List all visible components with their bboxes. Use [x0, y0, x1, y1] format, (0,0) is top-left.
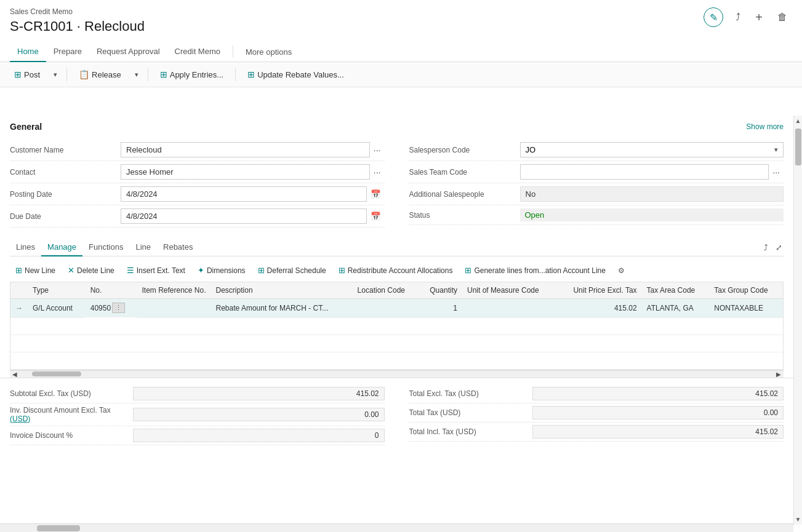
due-date-calendar[interactable]: 📅: [367, 210, 385, 222]
salesperson-code-select[interactable]: ▾: [520, 142, 784, 157]
tab-home[interactable]: Home: [10, 42, 46, 62]
totals-left: Subtotal Excl. Tax (USD) Inv. Discount A…: [10, 384, 385, 445]
h-scroll-right-arrow[interactable]: ▶: [774, 371, 784, 378]
show-more-button[interactable]: Show more: [746, 122, 784, 131]
row-tax-group[interactable]: NONTAXABLE: [709, 299, 783, 318]
delete-line-button[interactable]: ✕ Delete Line: [62, 263, 120, 278]
subtotal-input[interactable]: [133, 387, 385, 400]
tab-credit-memo[interactable]: Credit Memo: [167, 42, 228, 62]
row-location[interactable]: [353, 299, 419, 318]
sales-team-code-input[interactable]: [520, 164, 769, 180]
salesperson-code-input[interactable]: [521, 143, 770, 157]
col-no-header: No.: [86, 282, 137, 299]
contact-input[interactable]: [121, 164, 370, 180]
lines-share-icon[interactable]: ⤴: [763, 242, 769, 253]
post-button[interactable]: ⊞ Post: [7, 66, 47, 83]
customer-name-dots[interactable]: ···: [370, 144, 385, 156]
scroll-down-arrow[interactable]: ▼: [795, 514, 801, 525]
release-button[interactable]: 📋 Release: [72, 66, 128, 83]
inv-discount-row: Inv. Discount Amount Excl. Tax (USD): [10, 403, 385, 426]
generate-lines-button[interactable]: ⊞ Generate lines from...ation Account Li…: [459, 263, 611, 278]
invoice-discount-pct-label: Invoice Discount %: [10, 431, 133, 440]
posting-date-input[interactable]: [121, 186, 367, 202]
redistribute-button[interactable]: ⊞ Redistribute Account Allocations: [333, 263, 459, 278]
salesperson-code-label: Salesperson Code: [409, 146, 520, 154]
dimensions-icon: ✦: [198, 266, 204, 275]
nav-divider: [233, 46, 233, 58]
lines-expand-icon[interactable]: ⤢: [774, 242, 784, 253]
inv-discount-input[interactable]: [133, 408, 385, 421]
add-button[interactable]: +: [753, 8, 765, 27]
deferral-schedule-button[interactable]: ⊞ Deferral Schedule: [252, 263, 332, 278]
invoice-discount-pct-input[interactable]: [133, 429, 385, 442]
delete-button[interactable]: 🗑: [775, 9, 790, 25]
status-row: Status Open: [409, 205, 784, 225]
nav-more[interactable]: More options: [238, 42, 299, 62]
row-type[interactable]: G/L Account: [28, 299, 86, 318]
share-button[interactable]: ⤴: [733, 9, 743, 25]
row-no-menu[interactable]: ⋮: [112, 303, 125, 313]
lines-tab-lines[interactable]: Lines: [10, 239, 41, 256]
status-badge: Open: [520, 208, 784, 221]
generate-lines-icon: ⊞: [465, 266, 471, 275]
total-tax-input[interactable]: [532, 406, 784, 419]
lines-tab-manage[interactable]: Manage: [41, 239, 82, 256]
horizontal-scrollbar[interactable]: ◀ ▶: [10, 370, 784, 378]
insert-ext-text-button[interactable]: ☰ Insert Ext. Text: [121, 263, 191, 278]
update-rebate-button[interactable]: ⊞ Update Rebate Values...: [241, 66, 351, 83]
additional-salespeople-label: Additional Salespeople: [409, 190, 520, 199]
total-incl-tax-value: [532, 425, 784, 439]
row-description[interactable]: Rebate Amount for MARCH - CT...: [211, 299, 353, 318]
total-excl-tax-input[interactable]: [532, 387, 784, 400]
h-scroll-left-arrow[interactable]: ◀: [10, 371, 20, 378]
salesperson-dropdown-arrow[interactable]: ▾: [769, 143, 783, 156]
lines-icons: ⤴ ⤢: [763, 242, 784, 253]
bottom-scrollbar[interactable]: [0, 523, 793, 532]
nav-tabs: Home Prepare Request Approval Credit Mem…: [0, 42, 802, 62]
posting-date-value: 📅: [121, 186, 385, 202]
lines-settings-button[interactable]: ⚙: [612, 263, 630, 278]
general-left-col: Customer Name Relecloud ··· Contact ···: [10, 139, 385, 228]
scroll-thumb[interactable]: [795, 129, 801, 165]
new-line-button[interactable]: ⊞ New Line: [10, 263, 61, 278]
salesperson-code-value: ▾: [520, 142, 784, 157]
edit-button[interactable]: ✎: [704, 7, 723, 27]
subtotal-row: Subtotal Excl. Tax (USD): [10, 384, 385, 403]
tab-prepare[interactable]: Prepare: [46, 42, 89, 62]
dimensions-button[interactable]: ✦ Dimensions: [192, 263, 251, 278]
lines-tab-rebates[interactable]: Rebates: [157, 239, 199, 256]
posting-date-calendar[interactable]: 📅: [367, 188, 385, 200]
sales-team-code-value: ···: [520, 164, 784, 180]
right-scrollbar[interactable]: ▲ ▼: [793, 116, 802, 525]
h-scroll-thumb[interactable]: [32, 371, 81, 376]
row-uom[interactable]: [462, 299, 557, 318]
lines-tab-line[interactable]: Line: [129, 239, 157, 256]
row-no[interactable]: 40950 ⋮: [86, 299, 137, 317]
lines-tab-functions[interactable]: Functions: [82, 239, 129, 256]
toolbar-sep-3: [235, 68, 236, 81]
inv-discount-usd-link[interactable]: (USD): [10, 415, 30, 423]
salesperson-code-row: Salesperson Code ▾: [409, 139, 784, 161]
row-tax-area[interactable]: ATLANTA, GA: [642, 299, 710, 318]
row-quantity[interactable]: 1: [419, 299, 462, 318]
lines-toolbar: ⊞ New Line ✕ Delete Line ☰ Insert Ext. T…: [10, 260, 784, 282]
total-tax-label: Total Tax (USD): [409, 408, 532, 417]
row-item-ref[interactable]: [137, 299, 211, 318]
tab-request-approval[interactable]: Request Approval: [89, 42, 167, 62]
contact-dots[interactable]: ···: [370, 166, 385, 178]
row-unit-price[interactable]: 415.02: [557, 299, 642, 318]
apply-entries-button[interactable]: ⊞ Apply Entries...: [153, 66, 230, 83]
apply-entries-icon: ⊞: [160, 69, 167, 79]
release-dropdown-button[interactable]: ▾: [130, 67, 143, 82]
post-dropdown-button[interactable]: ▾: [49, 67, 62, 82]
sales-team-dots[interactable]: ···: [769, 166, 784, 178]
customer-name-input[interactable]: Relecloud: [121, 142, 370, 157]
page-header: Sales Credit Memo S-CR1001 · Relecloud: [0, 0, 802, 42]
due-date-input[interactable]: [121, 208, 367, 224]
new-line-icon: ⊞: [15, 266, 22, 275]
sales-team-code-row: Sales Team Code ···: [409, 161, 784, 183]
bottom-scroll-thumb[interactable]: [37, 525, 80, 531]
due-date-row: Due Date 📅: [10, 205, 385, 228]
total-incl-tax-input[interactable]: [532, 425, 784, 439]
scroll-up-arrow[interactable]: ▲: [795, 116, 801, 126]
